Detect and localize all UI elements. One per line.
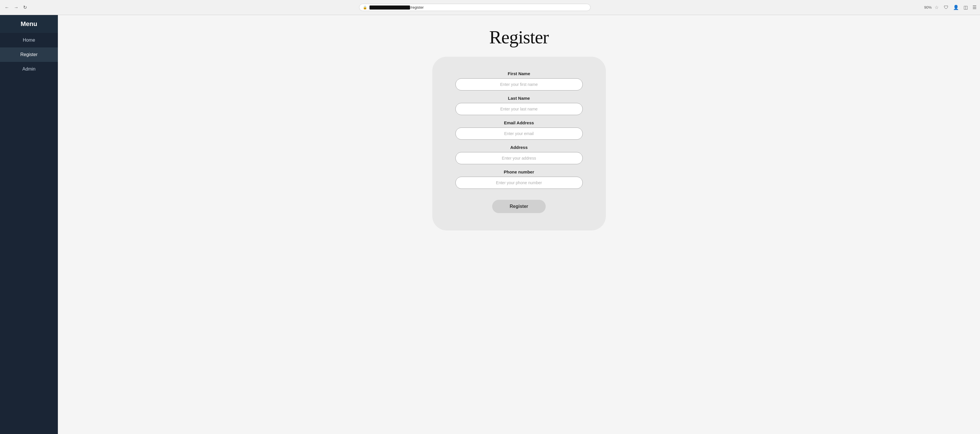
- sidebar: Menu Home Register Admin: [0, 15, 58, 434]
- url-text: /register: [369, 5, 587, 10]
- sidebar-menu-label: Menu: [21, 20, 37, 27]
- profile-icon: 👤: [953, 5, 959, 10]
- app-container: Menu Home Register Admin Register First …: [0, 15, 980, 434]
- register-form-card: First Name Last Name Email Address Addre…: [432, 57, 606, 230]
- url-redacted: [369, 5, 410, 10]
- zoom-level: 90%: [924, 5, 932, 10]
- sidebar-item-home[interactable]: Home: [0, 33, 58, 48]
- address-bar[interactable]: 🔒 /register: [359, 4, 590, 11]
- reload-button[interactable]: ↻: [22, 3, 28, 11]
- last-name-input[interactable]: [455, 103, 583, 115]
- sidebar-menu-header: Menu: [0, 15, 58, 33]
- sidebar-item-admin[interactable]: Admin: [0, 62, 58, 76]
- address-input[interactable]: [455, 152, 583, 164]
- main-content: Register First Name Last Name Email Addr…: [58, 15, 980, 434]
- last-name-group: Last Name: [455, 96, 583, 115]
- first-name-group: First Name: [455, 71, 583, 90]
- last-name-label: Last Name: [455, 96, 583, 101]
- first-name-label: First Name: [455, 71, 583, 76]
- browser-nav-buttons: ← → ↻: [3, 3, 28, 11]
- email-input[interactable]: [455, 128, 583, 139]
- back-button[interactable]: ←: [3, 4, 10, 11]
- email-group: Email Address: [455, 120, 583, 139]
- sidebar-item-register[interactable]: Register: [0, 48, 58, 62]
- shield-icon: 🛡: [944, 5, 948, 10]
- address-label: Address: [455, 145, 583, 150]
- menu-icon[interactable]: ☰: [972, 5, 977, 10]
- phone-label: Phone number: [455, 169, 583, 174]
- phone-input[interactable]: [455, 177, 583, 189]
- register-button[interactable]: Register: [492, 200, 546, 213]
- email-label: Email Address: [455, 120, 583, 125]
- browser-right-icons: 🛡 👤 ◫ ☰: [944, 5, 977, 10]
- page-title: Register: [489, 27, 549, 48]
- extensions-icon: ◫: [964, 5, 968, 10]
- first-name-input[interactable]: [455, 78, 583, 90]
- bookmark-icon[interactable]: ☆: [935, 5, 939, 10]
- phone-group: Phone number: [455, 169, 583, 189]
- lock-icon: 🔒: [363, 5, 367, 10]
- browser-chrome: ← → ↻ 🔒 /register 90% ☆ 🛡 👤 ◫ ☰: [0, 0, 980, 15]
- forward-button[interactable]: →: [13, 4, 20, 11]
- address-group: Address: [455, 145, 583, 164]
